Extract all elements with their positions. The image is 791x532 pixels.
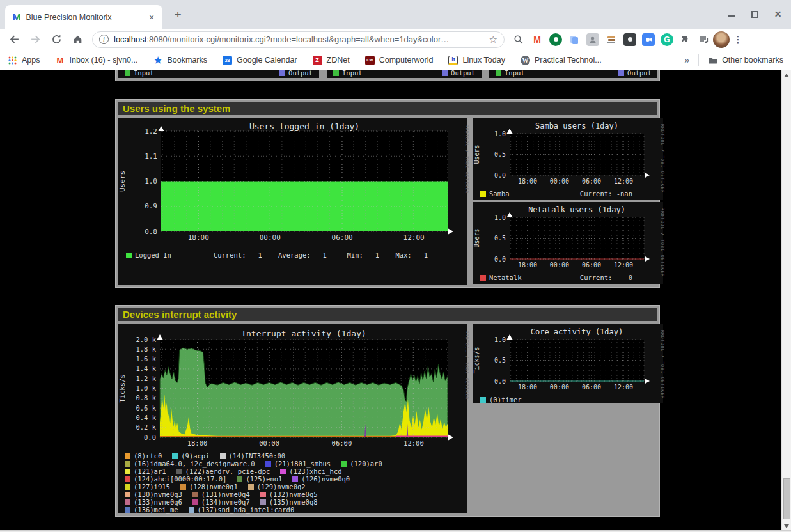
bookmark-other-bookmarks[interactable]: Other bookmarks	[708, 56, 783, 65]
legend-swatch	[248, 484, 254, 490]
bookmark-linux-today[interactable]: lt Linux Today	[448, 56, 505, 65]
legend-label: (125)eno1	[246, 475, 282, 483]
netatalk-users-chart: 18:0000:0006:0012:001.00.50.0Netatalk us…	[473, 205, 663, 269]
partial-graph-panel: Input Output	[489, 70, 657, 78]
y-tick-label: 0.0	[494, 378, 506, 385]
x-tick-label: 12:00	[614, 178, 633, 185]
legend-swatch	[260, 499, 266, 505]
x-tick-label: 18:00	[518, 178, 537, 185]
legend-swatch	[125, 499, 130, 505]
legend-row: (130)nvme0q3(131)nvme0q4(132)nvme0q5	[125, 490, 467, 498]
x-axis-arrow-icon	[448, 229, 453, 235]
scrollbar-down-arrow-icon[interactable]	[784, 524, 789, 528]
chart-title: Users logged in (1day)	[249, 121, 359, 131]
scrollbar-up-arrow-icon[interactable]	[784, 74, 789, 77]
legend-row: (0)timer	[480, 396, 663, 403]
browser-tab[interactable]: M Blue Precision Monitorix ×	[5, 5, 162, 29]
new-tab-button[interactable]: +	[170, 7, 185, 22]
core-activity-chart: 18:0000:0006:0012:001.00.50.0Core activi…	[473, 327, 663, 391]
y-tick-label: 1.2	[145, 127, 157, 136]
copy-pages-extension-icon[interactable]	[568, 33, 581, 46]
maximize-button[interactable]	[751, 11, 758, 18]
window-controls: ✕	[728, 8, 782, 20]
address-bar[interactable]: i localhost:8080/monitorix-cgi/monitorix…	[92, 31, 505, 48]
scrollbar-thumb[interactable]	[783, 478, 790, 519]
y-tick-label: 1.0	[494, 214, 506, 221]
bookmark-practical-technology[interactable]: W Practical Technol...	[521, 56, 602, 65]
legend-output: Output	[442, 70, 475, 77]
bookmark-apps[interactable]: Apps	[8, 56, 40, 65]
zdnet-icon: Z	[313, 56, 322, 65]
bookmark-star-icon[interactable]: ☆	[489, 34, 497, 45]
reload-button[interactable]	[48, 31, 65, 48]
page-viewport: Input Output Input Output Input Output	[0, 70, 791, 532]
interrupts-right-column: 18:0000:0006:0012:001.00.50.0Core activi…	[473, 324, 663, 403]
input-swatch	[125, 70, 130, 76]
bookmark-zdnet[interactable]: Z ZDNet	[313, 56, 350, 65]
bookmark-bookmarks[interactable]: ★ Bookmarks	[153, 56, 208, 65]
legend-row: (16)idma64.0, i2c_designware.0(21)i801_s…	[125, 460, 467, 467]
x-tick-label: 12:00	[614, 262, 633, 269]
search-extension-icon[interactable]	[512, 33, 525, 46]
y-tick-label: 0.0	[494, 172, 506, 179]
x-tick-label: 00:00	[260, 233, 281, 242]
legend-swatch	[192, 499, 198, 505]
gmail-icon: M	[56, 56, 65, 65]
bookmarks-overflow-chevron[interactable]: »	[684, 55, 689, 65]
legend-swatch	[126, 253, 132, 258]
profile-avatar[interactable]	[713, 31, 730, 48]
interrupt-activity-chart: 18:0000:0006:0012:002.0 k1.8 k1.6 k1.4 k…	[118, 328, 467, 448]
legend-input: Input	[333, 70, 363, 77]
output-swatch	[442, 70, 448, 76]
legend-row: (124)ahci[0000:00:17.0](125)eno1(126)nvm…	[125, 475, 467, 483]
url-text[interactable]: localhost:8080/monitorix-cgi/monitorix.c…	[114, 35, 449, 44]
window-close-button[interactable]: ✕	[774, 10, 782, 19]
legend-row: Logged InCurrent: 1 Average: 1 Min: 1 Ma…	[126, 251, 467, 259]
x-tick-label: 06:00	[582, 384, 601, 391]
back-button[interactable]	[6, 31, 23, 48]
y-axis-label: Users	[473, 145, 480, 164]
y-tick-label: 1.0	[145, 177, 157, 185]
linux-today-icon: lt	[448, 56, 458, 65]
y-tick-label: 0.9	[145, 202, 157, 210]
bookmark-inbox[interactable]: M Inbox (16) - sjvn0...	[56, 56, 138, 65]
legend-row: SambaCurrent: -nan	[480, 190, 663, 198]
output-swatch	[279, 70, 285, 76]
legend-swatch	[125, 507, 130, 513]
vertical-scrollbar[interactable]	[781, 70, 791, 532]
x-tick-label: 18:00	[518, 262, 537, 269]
x-axis-arrow-icon	[645, 256, 650, 262]
person-extension-icon[interactable]	[586, 33, 599, 46]
legend-swatch	[125, 453, 130, 459]
y-axis-arrow-icon	[159, 126, 164, 131]
x-tick-label: 00:00	[259, 439, 279, 447]
legend-label: (124)ahci[0000:00:17.0]	[134, 475, 226, 483]
phone-extension-icon[interactable]	[549, 33, 562, 46]
gmail-extension-icon[interactable]: M	[531, 33, 544, 46]
lamp-extension-icon[interactable]	[623, 33, 636, 46]
bookmark-label: Inbox (16) - sjvn0...	[70, 56, 138, 65]
bookmark-computerworld[interactable]: CW Computerworld	[365, 56, 434, 65]
legend-swatch	[480, 275, 486, 281]
minimize-button[interactable]	[728, 10, 736, 19]
tab-close-icon[interactable]: ×	[146, 12, 157, 23]
legend-current-value: Current: 0	[580, 274, 632, 281]
site-info-icon[interactable]: i	[99, 35, 109, 44]
star-icon: ★	[153, 56, 163, 65]
x-tick-label: 18:00	[187, 439, 208, 447]
browser-menu-icon[interactable]: ⋮	[732, 34, 744, 45]
legend-label: (131)nvme0q4	[201, 490, 250, 498]
grammarly-extension-icon[interactable]: G	[661, 33, 673, 46]
camera-extension-icon[interactable]	[642, 33, 655, 46]
x-tick-label: 18:00	[188, 233, 209, 242]
home-button[interactable]	[69, 31, 86, 48]
x-tick-label: 06:00	[582, 178, 601, 185]
core-activity-graph: 18:0000:0006:0012:001.00.50.0Core activi…	[473, 324, 663, 403]
books-extension-icon[interactable]	[605, 33, 618, 46]
partial-network-section: Input Output Input Output Input Output	[115, 70, 660, 81]
forward-button[interactable]	[27, 31, 44, 48]
playlist-extension-icon[interactable]	[698, 33, 710, 46]
legend-label: (120)ar0	[350, 460, 382, 467]
extensions-puzzle-icon[interactable]	[679, 33, 692, 46]
bookmark-google-calendar[interactable]: 28 Google Calendar	[223, 56, 297, 65]
